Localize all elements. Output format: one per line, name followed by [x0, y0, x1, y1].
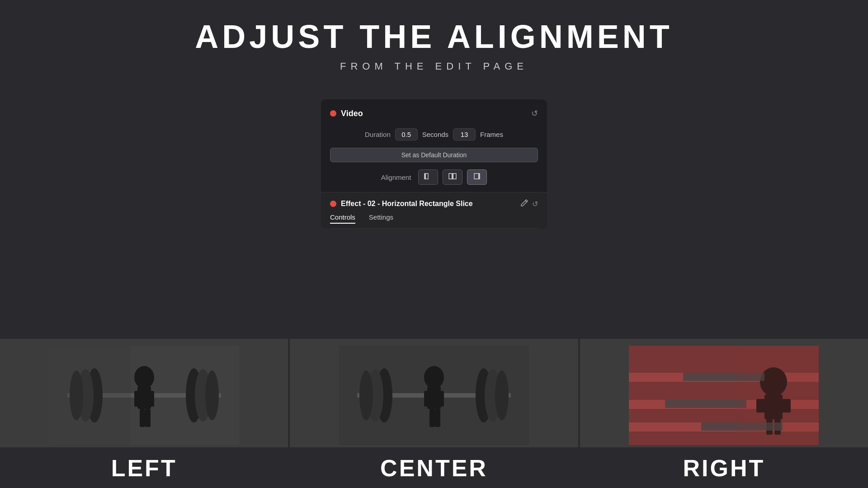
alignment-label: Alignment — [381, 174, 411, 181]
alignment-left-button[interactable] — [418, 169, 438, 185]
svg-rect-1 — [425, 174, 426, 179]
svg-rect-20 — [145, 409, 151, 427]
barbell-svg-right — [629, 346, 819, 445]
effect-tabs: Controls Settings — [330, 213, 538, 229]
page-sub-title: FROM THE EDIT PAGE — [0, 61, 868, 72]
barbell-svg-left — [49, 346, 239, 445]
tab-settings[interactable]: Settings — [369, 213, 393, 224]
svg-rect-21 — [49, 346, 131, 445]
svg-point-15 — [134, 366, 154, 389]
svg-rect-33 — [437, 391, 444, 407]
thumbnail-right-image — [580, 339, 868, 447]
thumbnail-center[interactable]: CENTER — [290, 339, 578, 488]
effect-title: Effect - 02 - Horizontal Rectangle Slice — [341, 200, 473, 208]
thumbnail-center-label: CENTER — [290, 455, 578, 482]
svg-rect-3 — [452, 174, 453, 179]
duration-frames-unit: Frames — [480, 131, 503, 138]
thumbnail-left-image — [0, 339, 288, 447]
align-left-icon — [424, 172, 433, 183]
video-indicator-dot — [330, 110, 336, 117]
align-center-icon — [448, 172, 457, 183]
thumbnail-center-image — [290, 339, 578, 447]
panel-title-row: Video — [330, 109, 363, 118]
thumbnail-left-label: LEFT — [0, 455, 288, 482]
svg-rect-48 — [665, 400, 746, 408]
thumbnail-right-label: RIGHT — [580, 455, 868, 482]
svg-rect-19 — [140, 409, 145, 427]
effect-header: Effect - 02 - Horizontal Rectangle Slice… — [330, 199, 538, 209]
video-reset-icon[interactable]: ↺ — [531, 108, 538, 118]
set-default-duration-button[interactable]: Set as Default Duration — [330, 148, 538, 162]
svg-rect-50 — [737, 346, 819, 445]
tab-controls[interactable]: Controls — [330, 213, 355, 224]
duration-row: Duration 0.5 Seconds 13 Frames — [321, 125, 547, 144]
thumbnail-right[interactable]: RIGHT — [580, 339, 868, 488]
duration-seconds-unit: Seconds — [422, 131, 448, 138]
svg-point-26 — [359, 371, 373, 420]
thumbnail-left[interactable]: LEFT — [0, 339, 288, 488]
effect-indicator-dot — [330, 201, 336, 207]
svg-rect-34 — [429, 409, 435, 427]
panel-header: Video ↺ — [321, 108, 547, 125]
effect-title-row: Effect - 02 - Horizontal Rectangle Slice — [330, 200, 473, 208]
default-btn-row: Set as Default Duration — [321, 144, 547, 166]
effect-section: Effect - 02 - Horizontal Rectangle Slice… — [321, 192, 547, 229]
panel-title: Video — [341, 109, 363, 118]
svg-rect-35 — [435, 409, 440, 427]
settings-panel: Video ↺ Duration 0.5 Seconds 13 Frames S… — [0, 99, 868, 229]
svg-rect-17 — [134, 391, 141, 407]
alignment-center-button[interactable] — [443, 169, 462, 185]
video-panel: Video ↺ Duration 0.5 Seconds 13 Frames S… — [321, 99, 547, 229]
thumbnails-container: LEFT CENTER — [0, 339, 868, 488]
effect-icons: ↺ — [520, 199, 538, 209]
align-right-icon — [472, 172, 481, 183]
duration-frames-value[interactable]: 13 — [453, 128, 476, 141]
effect-reset-icon[interactable]: ↺ — [532, 200, 538, 208]
svg-point-30 — [424, 366, 444, 389]
duration-seconds-value[interactable]: 0.5 — [395, 128, 418, 141]
alignment-row: Alignment — [321, 166, 547, 192]
barbell-svg-center — [339, 346, 529, 445]
duration-label: Duration — [365, 131, 391, 138]
svg-rect-32 — [424, 391, 431, 407]
svg-rect-18 — [147, 391, 154, 407]
svg-point-29 — [495, 371, 509, 420]
effect-edit-icon[interactable] — [520, 199, 528, 209]
alignment-right-button[interactable] — [467, 169, 487, 185]
svg-rect-5 — [478, 174, 480, 179]
svg-point-14 — [205, 371, 219, 420]
page-main-title: ADJUST THE ALIGNMENT — [0, 18, 868, 55]
